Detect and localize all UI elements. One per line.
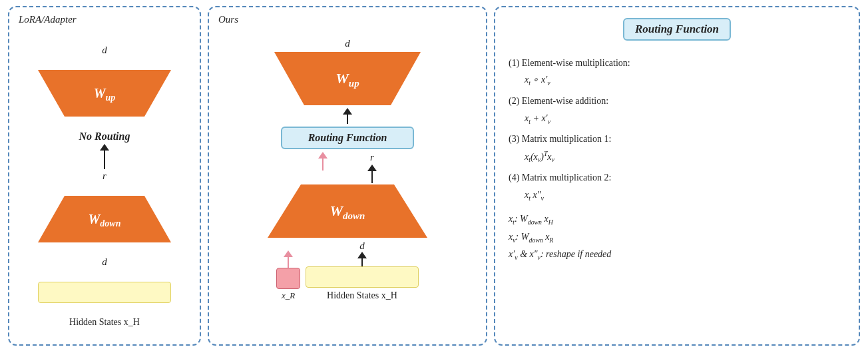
middle-dim-bot: d xyxy=(359,240,365,252)
right-defs: xt: Wdown xH xv: Wdown xR x′v & x″v: res… xyxy=(509,210,845,263)
middle-panel: Ours d Wup Routing Function xyxy=(208,6,487,346)
right-routing-title: Routing Function xyxy=(623,18,731,41)
no-routing-label: No Routing xyxy=(79,131,130,143)
middle-hidden-states-box xyxy=(306,266,419,288)
left-arrow-up xyxy=(100,144,109,169)
right-item-2: (2) Element-wise addition: xyxy=(509,93,845,109)
middle-wup-shape: Wup xyxy=(274,52,421,105)
right-item-2-formula: xt + x′v xyxy=(525,111,845,127)
right-title-area: Routing Function xyxy=(509,18,845,49)
middle-routing-box: Routing Function xyxy=(281,127,414,149)
hidden-states-column: d Hidden States x_H xyxy=(306,240,419,301)
left-wup-shape: Wup xyxy=(38,70,171,117)
middle-pink-arrow xyxy=(318,152,327,171)
left-wdown-shape: Wdown xyxy=(38,196,171,242)
middle-bottom-row: x_R d Hidden States x_H xyxy=(218,240,477,301)
middle-black-arrow-head xyxy=(367,165,377,171)
left-panel-label: LoRA/Adapter xyxy=(19,14,77,25)
main-container: LoRA/Adapter d Wup No Routing r xyxy=(8,6,860,346)
middle-black-arrow-line xyxy=(371,171,373,183)
middle-pink-arrow-head xyxy=(318,152,327,159)
right-item-4-number: (4) xyxy=(509,173,522,182)
middle-black-arrow-bot-head xyxy=(357,252,367,258)
right-def-2: xv: Wdown xR xyxy=(509,228,845,246)
right-def-3: x′v & x″v: reshape if needed xyxy=(509,246,845,263)
right-item-1-number: (1) xyxy=(509,58,522,68)
right-def-1: xt: Wdown xH xyxy=(509,210,845,228)
middle-dim-top: d xyxy=(345,38,350,49)
left-no-routing-area: No Routing r xyxy=(79,131,130,182)
middle-black-arrow-bot-line xyxy=(361,258,363,266)
middle-dim-mid: r xyxy=(370,152,374,163)
left-hidden-states-label: Hidden States x_H xyxy=(69,317,140,328)
xr-pink-arrow-up xyxy=(284,250,293,268)
left-hidden-states-box xyxy=(38,282,171,303)
middle-arrow-to-wup xyxy=(343,108,352,124)
left-dim-mid: r xyxy=(103,171,107,182)
xr-pink-line xyxy=(288,257,289,268)
left-content: d Wup No Routing r xyxy=(19,38,190,335)
left-dim-bot: d xyxy=(102,256,107,268)
xr-pink-head xyxy=(284,250,293,257)
middle-arrows-row: r xyxy=(318,152,377,183)
middle-arrow-head-wup xyxy=(343,108,352,115)
right-item-4-desc: Matrix multiplication 2: xyxy=(522,173,612,182)
right-item-1-desc: Element-wise multiplication: xyxy=(522,58,630,68)
xr-box xyxy=(276,268,300,289)
middle-pink-arrow-line xyxy=(322,159,324,171)
middle-wdown-shape: Wdown xyxy=(268,184,427,238)
right-item-4-formula: xt x″v xyxy=(525,187,845,204)
xr-column: x_R xyxy=(276,250,300,301)
middle-content: d Wup Routing Function xyxy=(218,38,477,335)
right-panel: Routing Function (1) Element-wise multip… xyxy=(494,6,860,346)
right-content: (1) Element-wise multiplication: xt ∘ x′… xyxy=(509,55,845,264)
middle-bottom-area: x_R d Hidden States x_H xyxy=(218,240,477,301)
xr-label: x_R xyxy=(282,290,295,301)
middle-black-arrow-bot xyxy=(357,252,367,266)
left-arrow-line xyxy=(104,151,105,169)
left-panel: LoRA/Adapter d Wup No Routing r xyxy=(8,6,201,346)
middle-r-arrow-group: r xyxy=(367,152,377,183)
right-item-2-number: (2) xyxy=(509,96,522,106)
middle-hidden-states-label: Hidden States x_H xyxy=(327,290,397,301)
right-item-3-desc: Matrix multiplication 1: xyxy=(522,134,612,144)
right-item-2-desc: Element-wise addition: xyxy=(522,96,608,106)
middle-panel-label: Ours xyxy=(218,14,238,25)
left-arrow-head xyxy=(100,144,109,151)
right-item-1-formula: xt ∘ x′v xyxy=(525,72,845,89)
middle-arrow-line-wup xyxy=(347,115,348,124)
middle-black-arrow xyxy=(367,165,377,183)
right-item-3: (3) Matrix multiplication 1: xyxy=(509,131,845,147)
right-item-1: (1) Element-wise multiplication: xyxy=(509,55,845,71)
right-item-3-formula: xt(xv)Txv xyxy=(525,149,845,166)
right-item-3-number: (3) xyxy=(509,134,522,144)
right-item-4: (4) Matrix multiplication 2: xyxy=(509,170,845,186)
left-dim-top: d xyxy=(102,45,107,56)
